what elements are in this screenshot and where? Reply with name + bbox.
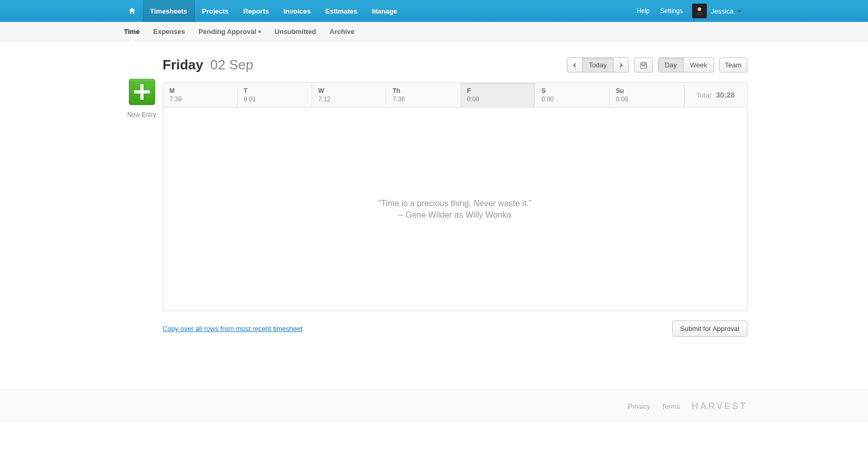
day-name: Friday: [163, 57, 204, 73]
subnav-unsubmitted[interactable]: Unsubmitted: [275, 22, 316, 41]
week-total: Total: 30:28: [684, 83, 747, 107]
date-nav-group: Today: [567, 57, 629, 73]
empty-attribution: – Gene Wilder as Willy Wonka: [399, 210, 512, 220]
next-day-button[interactable]: [613, 58, 628, 72]
new-entry-button[interactable]: [129, 79, 155, 105]
nav-reports[interactable]: Reports: [236, 0, 276, 22]
submit-approval-button[interactable]: Submit for Approval: [672, 321, 747, 337]
svg-rect-7: [644, 65, 645, 66]
nav-manage[interactable]: Manage: [365, 0, 405, 22]
week-strip: M 7:39 T 8:01 W 7:12 Th 7:36 F 0:00 S 0:…: [163, 82, 747, 108]
subnav-archive[interactable]: Archive: [330, 22, 355, 41]
new-entry-label: New Entry: [121, 111, 163, 118]
view-day-button[interactable]: Day: [659, 58, 683, 72]
footer-privacy-link[interactable]: Privacy: [628, 402, 650, 410]
chevron-right-icon: [619, 63, 624, 68]
subnav-expenses[interactable]: Expenses: [153, 22, 185, 41]
nav-estimates[interactable]: Estimates: [318, 0, 364, 22]
empty-quote: “Time is a precious thing. Never waste i…: [378, 199, 532, 208]
view-week-button[interactable]: Week: [683, 58, 714, 72]
footer-brand: HARVEST: [692, 401, 747, 412]
help-link[interactable]: Help: [632, 0, 655, 22]
avatar[interactable]: [692, 4, 707, 18]
svg-rect-5: [641, 65, 643, 66]
day-cell-fri[interactable]: F 0:00: [461, 83, 536, 107]
page-footer: Privacy Terms HARVEST: [0, 389, 868, 423]
nav-timesheets[interactable]: Timesheets: [143, 0, 195, 22]
chevron-down-icon: [737, 8, 742, 14]
page-title: Friday 02 Sep: [163, 57, 254, 73]
day-cell-thu[interactable]: Th 7:36: [386, 83, 461, 107]
day-cell-wed[interactable]: W 7:12: [312, 83, 387, 107]
footer-terms-link[interactable]: Terms: [661, 402, 680, 410]
calendar-button[interactable]: [634, 57, 653, 73]
svg-rect-6: [643, 65, 644, 66]
today-button[interactable]: Today: [582, 58, 613, 72]
home-icon[interactable]: [121, 0, 143, 22]
subnav-pending-approval[interactable]: Pending Approval: [198, 22, 261, 41]
calendar-icon: [640, 62, 647, 69]
day-cell-tue[interactable]: T 8:01: [237, 83, 312, 107]
timesheet-body-empty: “Time is a precious thing. Never waste i…: [163, 108, 747, 311]
day-cell-sat[interactable]: S 0:00: [535, 83, 610, 107]
day-cell-sun[interactable]: Su 0:00: [610, 83, 684, 107]
plus-icon: [134, 84, 150, 100]
view-toggle-group: Day Week: [658, 57, 714, 73]
chevron-left-icon: [572, 63, 577, 68]
top-nav: Timesheets Projects Reports Invoices Est…: [0, 0, 868, 22]
date-text: 02 Sep: [210, 57, 253, 73]
day-cell-mon[interactable]: M 7:39: [163, 83, 238, 107]
sub-nav: Time Expenses Pending Approval Unsubmitt…: [0, 22, 868, 41]
user-menu[interactable]: Jessica: [707, 0, 747, 22]
pending-dot-icon: [258, 30, 261, 33]
svg-point-0: [698, 7, 701, 11]
prev-day-button[interactable]: [567, 58, 582, 72]
settings-link[interactable]: Settings: [655, 0, 688, 22]
nav-invoices[interactable]: Invoices: [276, 0, 318, 22]
nav-projects[interactable]: Projects: [195, 0, 236, 22]
user-name: Jessica: [711, 7, 733, 15]
team-button[interactable]: Team: [719, 57, 747, 73]
subnav-time[interactable]: Time: [124, 22, 140, 41]
copy-rows-link[interactable]: Copy over all rows from most recent time…: [163, 325, 303, 333]
